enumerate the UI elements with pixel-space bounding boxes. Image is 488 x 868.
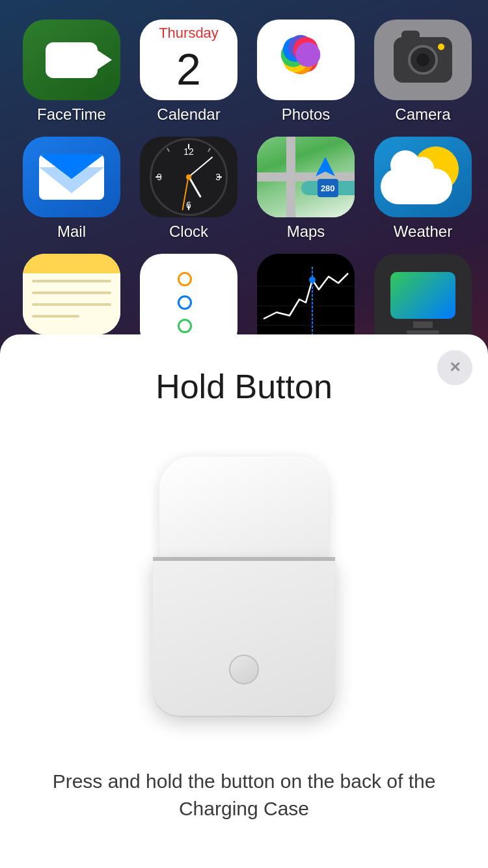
airpods-case-body [153, 561, 335, 717]
clock-hour-hand [188, 176, 202, 198]
notes-line-1 [32, 280, 111, 282]
app-item-camera[interactable]: Camera [371, 20, 475, 124]
clock-icon: 12 3 6 9 [140, 137, 237, 217]
app-item-calendar[interactable]: Thursday 2 Calendar [137, 20, 241, 124]
mail-icon [23, 137, 120, 217]
calendar-icon: Thursday 2 [140, 20, 237, 100]
app-item-maps[interactable]: 280 Maps [254, 137, 358, 241]
tick-1 [208, 148, 211, 152]
camera-lens [408, 45, 438, 75]
cloud-shape [381, 169, 452, 204]
monitor-stand [413, 321, 433, 328]
notes-line-2 [32, 292, 111, 294]
camera-bump [401, 31, 420, 41]
mail-envelope [39, 154, 104, 200]
monitor-screen [390, 272, 455, 319]
maps-label: Maps [287, 223, 325, 241]
app-item-weather[interactable]: Weather [371, 137, 475, 241]
weather-label: Weather [394, 223, 452, 241]
camera-label: Camera [395, 105, 450, 124]
notes-line-3 [32, 303, 111, 306]
reminder-dot-orange [178, 272, 192, 286]
reminder-item-2 [178, 295, 200, 310]
app-item-photos[interactable]: Photos [254, 20, 358, 124]
clock-num-6: 6 [186, 200, 191, 210]
facetime-label: FaceTime [37, 105, 106, 124]
clock-face: 12 3 6 9 [150, 138, 228, 216]
reminder-item-3 [178, 319, 200, 333]
reminder-dot-green [178, 319, 192, 333]
camera-flash-dot [438, 44, 444, 50]
weather-cloud [381, 169, 452, 204]
camera-lens-inner [416, 53, 429, 66]
app-grid: FaceTime Thursday 2 Calendar Photos [20, 20, 475, 358]
app-item-clock[interactable]: 12 3 6 9 Clock [137, 137, 241, 241]
weather-icon [374, 137, 472, 217]
clock-num-3: 3 [215, 172, 221, 182]
clock-center-dot [186, 174, 191, 180]
camera-body [394, 37, 452, 83]
maps-shield: 280 [318, 179, 338, 197]
notes-header [23, 254, 120, 273]
maps-highway: 280 [301, 181, 355, 195]
maps-road-vertical [286, 137, 295, 217]
calendar-day-name: Thursday [140, 25, 237, 42]
notes-line-4 [32, 315, 79, 318]
calendar-label: Calendar [157, 105, 220, 124]
clock-num-12: 12 [183, 146, 194, 157]
app-item-mail[interactable]: Mail [20, 137, 124, 241]
photos-icon [257, 20, 355, 100]
camera-icon [374, 20, 472, 100]
airpods-case-lid [159, 457, 329, 574]
close-icon: ✕ [449, 360, 461, 375]
photos-flower [270, 24, 342, 96]
reminder-dot-blue [178, 295, 192, 310]
reminder-item-1 [178, 272, 200, 286]
calendar-date: 2 [176, 47, 201, 91]
tick-11 [167, 148, 170, 152]
airpods-case-illustration [140, 457, 348, 717]
app-item-facetime[interactable]: FaceTime [20, 20, 124, 124]
facetime-camera-shape [46, 42, 98, 78]
airpods-case-container [20, 406, 468, 768]
notes-icon [23, 254, 120, 334]
monitor-base [407, 331, 439, 334]
photos-label: Photos [282, 105, 331, 124]
notes-lines [23, 273, 120, 334]
facetime-icon [23, 20, 120, 100]
svg-point-5 [309, 277, 316, 283]
modal-title: Hold Button [156, 367, 332, 406]
modal-description: Press and hold the button on the back of… [20, 768, 468, 822]
clock-minute-hand [188, 156, 213, 177]
calendar-header: Thursday [140, 20, 237, 44]
airpods-case-button [229, 655, 259, 685]
mail-label: Mail [57, 223, 86, 241]
modal: ✕ Hold Button Press and hold the button … [0, 334, 488, 868]
maps-road-horizontal [257, 172, 355, 182]
clock-label: Clock [169, 223, 208, 241]
maps-icon: 280 [257, 137, 355, 217]
modal-close-button[interactable]: ✕ [437, 350, 472, 385]
clock-num-9: 9 [157, 172, 162, 182]
maps-content: 280 [257, 137, 355, 217]
